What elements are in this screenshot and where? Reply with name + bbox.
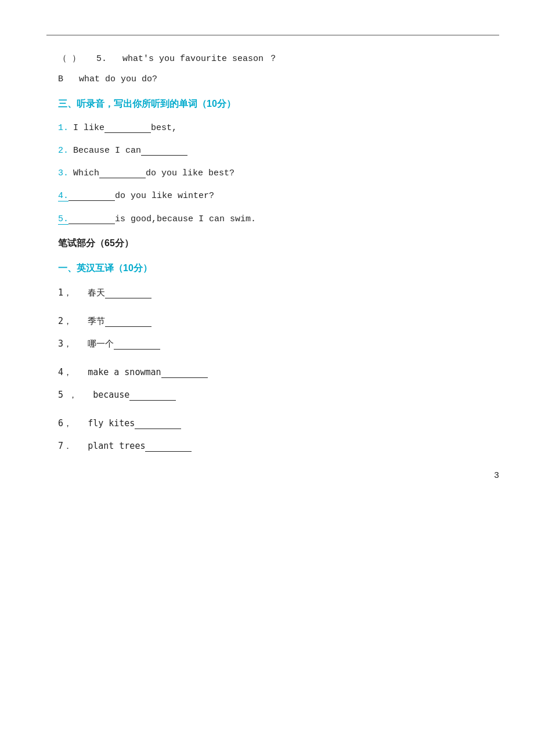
b-text: what do you do? [79, 74, 157, 84]
trans-english-5: because [93, 390, 129, 400]
listening-content-3: Whichdo you like best? [73, 168, 234, 178]
trans-chinese-2: 季节 [88, 316, 105, 326]
trans-chinese-3: 哪一个 [88, 339, 114, 349]
trans-blank-4[interactable] [161, 369, 208, 378]
trans-english-7: plant trees [88, 441, 145, 451]
section1-written-header: 一、英汉互译（10分） [58, 262, 488, 275]
listening-items: 1. I likebest, 2. Because I can 3. Which… [58, 123, 488, 225]
listening-num-1: 1. [58, 123, 68, 133]
page-number: 3 [494, 471, 499, 481]
question-5-number: 5. [96, 54, 107, 64]
listening-item-2: 2. Because I can [58, 146, 488, 156]
listening-content-5: is good,because I can swim. [68, 214, 256, 224]
trans-english-4: make a snowman [88, 367, 161, 377]
blank-2[interactable] [141, 146, 187, 156]
trans-blank-5[interactable] [129, 391, 176, 401]
listening-item-1: 1. I likebest, [58, 123, 488, 133]
listening-content-1: I likebest, [73, 123, 177, 133]
blank-5[interactable] [68, 215, 115, 224]
question-5-text: what's you favourite season ？ [122, 54, 277, 64]
blank-1[interactable] [104, 124, 151, 133]
trans-chinese-1: 春天 [88, 287, 105, 298]
listening-content-4: do you like winter? [68, 191, 214, 201]
section3-header: 三、听录音，写出你所听到的单词（10分） [58, 98, 488, 110]
top-divider [46, 35, 499, 35]
listening-num-3: 3. [58, 168, 68, 178]
blank-3[interactable] [99, 169, 146, 178]
listening-num-5: 5. [58, 214, 68, 225]
listening-content-2: Because I can [73, 146, 187, 156]
trans-english-6: fly kites [88, 418, 135, 429]
translation-item-6: 6， fly kites [58, 418, 488, 429]
translation-items: 1， 春天 2， 季节 3， 哪一个 4， make a snowman 5 ，… [58, 287, 488, 452]
translation-item-3: 3， 哪一个 [58, 339, 488, 350]
blank-4[interactable] [68, 192, 115, 201]
listening-item-4: 4. do you like winter? [58, 191, 488, 201]
question-5: （ ） 5. what's you favourite season ？ [58, 53, 488, 64]
trans-num-4: 4， [58, 367, 72, 377]
trans-num-3: 3， [58, 339, 72, 349]
trans-num-1: 1， [58, 287, 72, 298]
b-section: B what do you do? [58, 74, 488, 84]
translation-item-1: 1， 春天 [58, 287, 488, 298]
trans-num-2: 2， [58, 316, 72, 326]
paren-bracket: （ ） [58, 54, 81, 64]
listening-num-4: 4. [58, 191, 68, 201]
listening-item-5: 5. is good,because I can swim. [58, 214, 488, 225]
translation-item-5: 5 ， because [58, 390, 488, 401]
trans-blank-7[interactable] [145, 442, 192, 452]
translation-item-4: 4， make a snowman [58, 367, 488, 378]
translation-item-2: 2， 季节 [58, 316, 488, 327]
trans-blank-6[interactable] [135, 420, 181, 429]
trans-num-5: 5 ， [58, 390, 77, 400]
trans-blank-3[interactable] [114, 340, 160, 350]
trans-blank-1[interactable] [105, 289, 151, 298]
listening-num-2: 2. [58, 146, 68, 156]
listening-item-3: 3. Whichdo you like best? [58, 168, 488, 178]
trans-blank-2[interactable] [105, 318, 151, 327]
translation-item-7: 7． plant trees [58, 441, 488, 452]
trans-num-6: 6， [58, 418, 72, 429]
page-container: （ ） 5. what's you favourite season ？ B w… [0, 0, 534, 498]
trans-num-7: 7． [58, 441, 72, 451]
b-label: B [58, 74, 63, 84]
written-section-label: 笔试部分（65分） [58, 237, 488, 250]
